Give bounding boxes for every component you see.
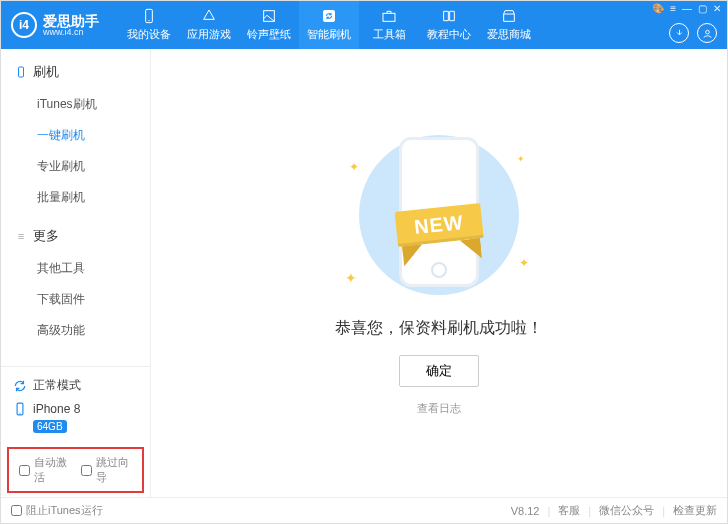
auto-activate-checkbox[interactable]: 自动激活: [19, 455, 71, 485]
svg-rect-4: [383, 13, 395, 21]
sidebar-item-batch-flash[interactable]: 批量刷机: [1, 182, 150, 213]
brand-url: www.i4.cn: [43, 28, 99, 37]
section-title: 刷机: [33, 63, 59, 81]
footer-right: V8.12 | 客服 | 微信公众号 | 检查更新: [511, 503, 717, 518]
window-controls: 🎨 ≡ — ▢ ✕: [652, 3, 721, 14]
more-list: 其他工具 下载固件 高级功能: [1, 251, 150, 354]
more-icon: ≡: [15, 230, 27, 242]
sidebar-bottom: 正常模式 iPhone 8 64GB: [1, 366, 150, 443]
user-icon[interactable]: [697, 23, 717, 43]
mode-label: 正常模式: [33, 377, 81, 394]
apps-icon: [201, 8, 217, 24]
success-illustration: NEW ✦ ✦ ✦ ✦: [339, 130, 539, 300]
nav-label: 智能刷机: [307, 27, 351, 42]
options-row: 自动激活 跳过向导: [7, 447, 144, 493]
toolbox-icon: [381, 8, 397, 24]
main-content: NEW ✦ ✦ ✦ ✦ 恭喜您，保资料刷机成功啦！ 确定 查看日志: [151, 49, 727, 497]
nav-label: 教程中心: [427, 27, 471, 42]
version-label: V8.12: [511, 505, 540, 517]
phone-small-icon: [15, 66, 27, 78]
confirm-button[interactable]: 确定: [399, 355, 479, 387]
refresh-icon: [321, 8, 337, 24]
phone-icon: [141, 8, 157, 24]
success-message: 恭喜您，保资料刷机成功啦！: [335, 318, 543, 339]
brand: i4 爱思助手 www.i4.cn: [1, 12, 109, 38]
skin-button[interactable]: 🎨: [652, 3, 664, 14]
top-nav: 我的设备 应用游戏 铃声壁纸 智能刷机 工具箱 教程中心: [119, 1, 539, 49]
sidebar-item-download-firmware[interactable]: 下载固件: [1, 284, 150, 315]
nav-item-ringtones[interactable]: 铃声壁纸: [239, 1, 299, 49]
sidebar: 刷机 iTunes刷机 一键刷机 专业刷机 批量刷机 ≡ 更多 其他工具 下载固…: [1, 49, 151, 497]
nav-label: 爱思商城: [487, 27, 531, 42]
brand-logo-icon: i4: [11, 12, 37, 38]
sidebar-item-pro-flash[interactable]: 专业刷机: [1, 151, 150, 182]
nav-label: 铃声壁纸: [247, 27, 291, 42]
nav-label: 工具箱: [373, 27, 406, 42]
view-log-link[interactable]: 查看日志: [417, 401, 461, 416]
device-icon: [13, 402, 27, 416]
sync-icon: [13, 379, 27, 393]
nav-label: 应用游戏: [187, 27, 231, 42]
nav-item-store[interactable]: 爱思商城: [479, 1, 539, 49]
maximize-button[interactable]: ▢: [698, 3, 707, 14]
storage-badge: 64GB: [33, 420, 67, 433]
top-header: i4 爱思助手 www.i4.cn 我的设备 应用游戏 铃声壁纸 智能刷机: [1, 1, 727, 49]
footer-link-update[interactable]: 检查更新: [673, 503, 717, 518]
menu-button[interactable]: ≡: [670, 3, 676, 14]
skip-guide-checkbox[interactable]: 跳过向导: [81, 455, 133, 485]
close-button[interactable]: ✕: [713, 3, 721, 14]
svg-rect-3: [323, 10, 335, 22]
nav-label: 我的设备: [127, 27, 171, 42]
minimize-button[interactable]: —: [682, 3, 692, 14]
store-icon: [501, 8, 517, 24]
sidebar-item-itunes-flash[interactable]: iTunes刷机: [1, 89, 150, 120]
app-window: i4 爱思助手 www.i4.cn 我的设备 应用游戏 铃声壁纸 智能刷机: [0, 0, 728, 524]
auto-activate-label: 自动激活: [34, 455, 71, 485]
skip-guide-input[interactable]: [81, 465, 92, 476]
device-name: iPhone 8: [33, 402, 80, 416]
flash-list: iTunes刷机 一键刷机 专业刷机 批量刷机: [1, 87, 150, 221]
device-row[interactable]: iPhone 8: [11, 398, 140, 420]
book-icon: [441, 8, 457, 24]
nav-item-apps[interactable]: 应用游戏: [179, 1, 239, 49]
wallpaper-icon: [261, 8, 277, 24]
brand-title: 爱思助手: [43, 14, 99, 28]
svg-rect-6: [19, 67, 24, 77]
footer-link-wechat[interactable]: 微信公众号: [599, 503, 654, 518]
footer-left: 阻止iTunes运行: [11, 503, 103, 518]
nav-item-flash[interactable]: 智能刷机: [299, 1, 359, 49]
auto-activate-input[interactable]: [19, 465, 30, 476]
device-storage-row: 64GB: [11, 420, 140, 437]
skip-guide-label: 跳过向导: [96, 455, 133, 485]
block-itunes-input[interactable]: [11, 505, 22, 516]
sidebar-scroll: 刷机 iTunes刷机 一键刷机 专业刷机 批量刷机 ≡ 更多 其他工具 下载固…: [1, 49, 150, 366]
nav-item-toolbox[interactable]: 工具箱: [359, 1, 419, 49]
nav-item-tutorials[interactable]: 教程中心: [419, 1, 479, 49]
download-icon[interactable]: [669, 23, 689, 43]
footer-link-support[interactable]: 客服: [558, 503, 580, 518]
sidebar-item-oneclick-flash[interactable]: 一键刷机: [1, 120, 150, 151]
block-itunes-checkbox[interactable]: 阻止iTunes运行: [11, 503, 103, 518]
section-flash: 刷机: [1, 57, 150, 87]
sidebar-item-advanced[interactable]: 高级功能: [1, 315, 150, 346]
section-title: 更多: [33, 227, 59, 245]
svg-point-8: [19, 413, 20, 414]
mode-row[interactable]: 正常模式: [11, 373, 140, 398]
body: 刷机 iTunes刷机 一键刷机 专业刷机 批量刷机 ≡ 更多 其他工具 下载固…: [1, 49, 727, 497]
block-itunes-label: 阻止iTunes运行: [26, 503, 103, 518]
svg-point-5: [705, 30, 709, 34]
header-right-icons: [669, 23, 717, 43]
stars-decoration: ✦ ✦ ✦ ✦: [339, 130, 539, 300]
section-more: ≡ 更多: [1, 221, 150, 251]
svg-point-1: [148, 20, 149, 21]
footer: 阻止iTunes运行 V8.12 | 客服 | 微信公众号 | 检查更新: [1, 497, 727, 523]
nav-item-device[interactable]: 我的设备: [119, 1, 179, 49]
sidebar-item-other-tools[interactable]: 其他工具: [1, 253, 150, 284]
